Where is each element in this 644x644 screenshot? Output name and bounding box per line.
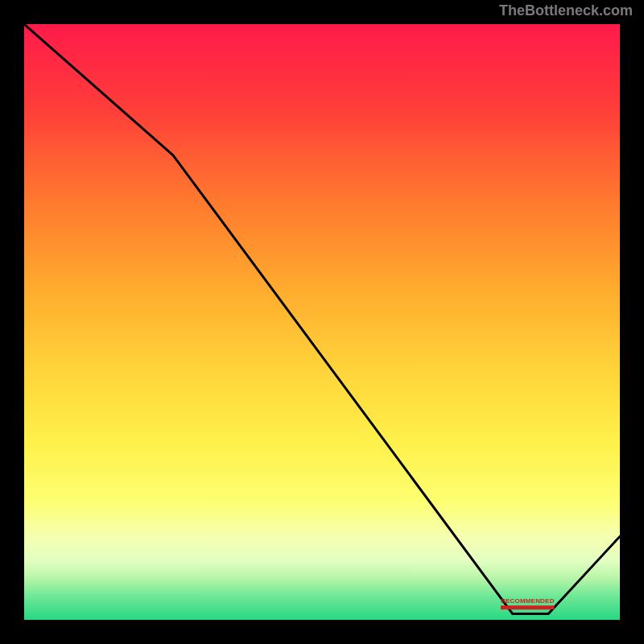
- recommended-bar: [501, 605, 555, 609]
- plot-area: RECOMMENDED: [24, 24, 620, 620]
- watermark-text: TheBottleneck.com: [499, 2, 633, 19]
- chart-container: TheBottleneck.com RECOMMENDED: [0, 0, 644, 644]
- recommended-bar-label: RECOMMENDED: [501, 597, 555, 605]
- chart-overlay: RECOMMENDED: [24, 24, 620, 620]
- bottleneck-curve: [24, 24, 620, 614]
